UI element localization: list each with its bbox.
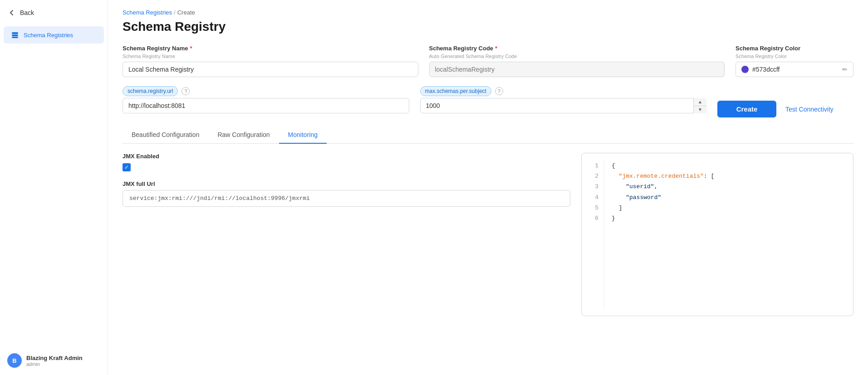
url-group: schema.registry.url ? (123, 86, 409, 113)
color-picker-display[interactable]: #573dccff ✏ (736, 62, 853, 77)
max-pill: max.schemas.per.subject (420, 86, 491, 96)
url-pill-row: schema.registry.url ? (123, 86, 409, 96)
max-group: max.schemas.per.subject ? ▲ ▼ (420, 86, 707, 113)
back-arrow-icon (7, 8, 16, 17)
back-label: Back (20, 9, 34, 16)
tab-beautified[interactable]: Beautified Configuration (123, 127, 208, 144)
code-editor: 1 2 3 4 5 6 { "jmx.remote.credentials": … (581, 153, 853, 316)
svg-rect-2 (12, 37, 18, 38)
max-pill-row: max.schemas.per.subject ? (420, 86, 707, 96)
breadcrumb-link[interactable]: Schema Registries (123, 9, 172, 16)
name-required: * (190, 45, 192, 52)
svg-rect-0 (12, 32, 18, 34)
code-sublabel: Auto Generated Schema Registry Code (429, 54, 725, 59)
tab-monitoring[interactable]: Monitoring (279, 127, 327, 144)
name-group: Schema Registry Name * Schema Registry N… (123, 45, 418, 77)
action-buttons-row: Create Test Connectivity (717, 101, 837, 117)
user-role: admin (26, 361, 83, 367)
name-input[interactable] (123, 62, 418, 77)
jmx-enabled-label: JMX Enabled (123, 153, 570, 160)
code-content: { "jmx.remote.credentials": [ "userid", … (604, 161, 853, 308)
color-value: #573dccff (752, 66, 839, 73)
tab-raw[interactable]: Raw Configuration (208, 127, 279, 144)
svg-rect-1 (12, 34, 18, 36)
stepper-buttons: ▲ ▼ (693, 98, 706, 113)
user-info-section: B Blazing Kraft Admin admin (0, 346, 108, 375)
code-line-2: "jmx.remote.credentials": [ (612, 171, 846, 181)
sidebar: Back Schema Registries B Blazing Kraft A… (0, 0, 108, 375)
url-max-row: schema.registry.url ? max.schemas.per.su… (123, 86, 853, 117)
main-content: Schema Registries / Create Schema Regist… (108, 0, 868, 375)
code-input[interactable] (429, 62, 725, 77)
code-group: Schema Registry Code * Auto Generated Sc… (429, 45, 725, 77)
name-sublabel: Schema Registry Name (123, 54, 418, 59)
name-label: Schema Registry Name * (123, 45, 418, 52)
tabs-row: Beautified Configuration Raw Configurati… (123, 127, 853, 144)
sidebar-item-label: Schema Registries (24, 32, 73, 39)
page-title: Schema Registry (123, 19, 853, 34)
code-line-3: "userid", (612, 181, 846, 192)
color-dot (741, 66, 749, 73)
jmx-url-label: JMX full Url (123, 180, 570, 187)
jmx-enabled-checkbox-wrap: ✓ (123, 163, 570, 171)
monitoring-area: JMX Enabled ✓ JMX full Url 1 2 3 4 5 (123, 153, 853, 316)
user-name: Blazing Kraft Admin (26, 355, 83, 361)
line-numbers: 1 2 3 4 5 6 (582, 161, 604, 308)
stepper-down-button[interactable]: ▼ (694, 106, 706, 114)
name-code-color-row: Schema Registry Name * Schema Registry N… (123, 45, 853, 77)
checkbox-checkmark: ✓ (124, 165, 129, 170)
color-sublabel: Schema Registry Color (736, 54, 853, 59)
code-editor-panel: 1 2 3 4 5 6 { "jmx.remote.credentials": … (581, 153, 853, 316)
jmx-enabled-checkbox[interactable]: ✓ (123, 163, 131, 171)
stepper-up-button[interactable]: ▲ (694, 98, 706, 106)
code-line-1: { (612, 161, 846, 171)
max-help-icon[interactable]: ? (495, 87, 503, 95)
edit-color-icon[interactable]: ✏ (842, 66, 848, 73)
sidebar-item-schema-registries[interactable]: Schema Registries (4, 26, 104, 44)
code-line-6: } (612, 213, 846, 224)
code-editor-inner: 1 2 3 4 5 6 { "jmx.remote.credentials": … (582, 153, 853, 316)
color-group: Schema Registry Color Schema Registry Co… (736, 45, 853, 77)
color-label: Schema Registry Color (736, 45, 853, 52)
database-icon (11, 31, 19, 39)
jmx-url-input[interactable] (123, 190, 570, 207)
max-input-wrap: ▲ ▼ (420, 98, 707, 113)
monitoring-left: JMX Enabled ✓ JMX full Url (123, 153, 570, 207)
url-pill: schema.registry.url (123, 86, 178, 96)
code-line-5: ] (612, 203, 846, 213)
test-connectivity-button[interactable]: Test Connectivity (782, 101, 837, 117)
url-input[interactable] (123, 98, 409, 113)
code-required: * (495, 45, 497, 52)
avatar: B (7, 353, 22, 368)
url-help-icon[interactable]: ? (181, 87, 190, 95)
breadcrumb-separator: / (174, 9, 176, 16)
code-label: Schema Registry Code * (429, 45, 725, 52)
code-line-4: "password" (612, 192, 846, 203)
back-button[interactable]: Back (0, 0, 108, 25)
actions-group: Create Test Connectivity (717, 86, 853, 117)
breadcrumb-current: Create (177, 9, 195, 16)
create-button[interactable]: Create (717, 101, 776, 117)
breadcrumb: Schema Registries / Create (123, 9, 853, 16)
max-input[interactable] (420, 98, 707, 113)
